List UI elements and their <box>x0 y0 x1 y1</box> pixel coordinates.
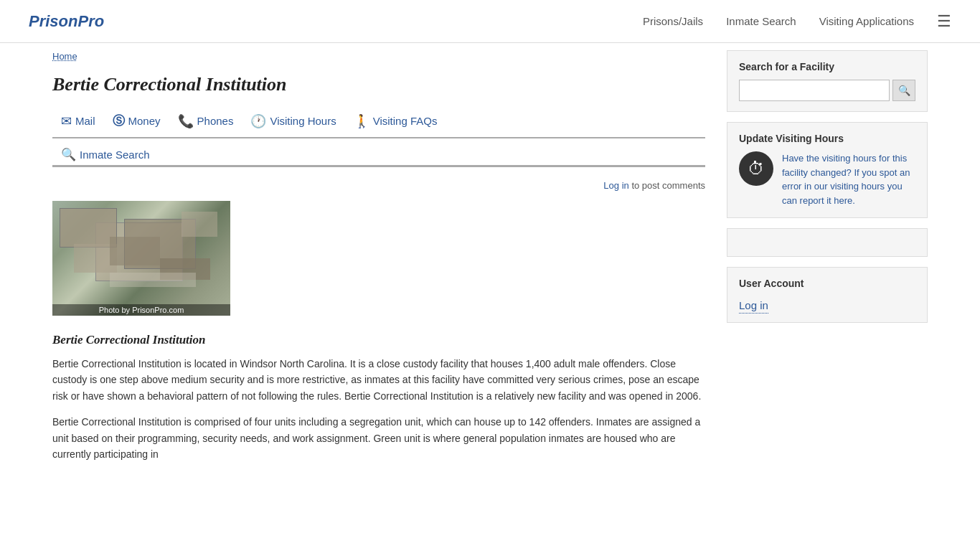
update-visiting-hours-link[interactable]: Have the visiting hours for this facilit… <box>782 153 910 206</box>
facility-search-row: 🔍 <box>739 80 915 101</box>
tab-visiting-hours[interactable]: 🕐 Visiting Hours <box>242 108 344 134</box>
facility-search-title: Search for a Facility <box>739 61 915 72</box>
money-icon: Ⓢ <box>113 113 125 129</box>
page-title: Bertie Correctional Institution <box>52 74 705 95</box>
main-content: Home Bertie Correctional Institution ✉ M… <box>52 50 705 472</box>
phone-icon: 📞 <box>178 113 194 129</box>
log-in-line: Log in to post comments <box>52 180 705 191</box>
breadcrumb-home[interactable]: Home <box>52 51 77 62</box>
facility-search-button[interactable]: 🔍 <box>892 80 915 101</box>
page-wrapper: Home Bertie Correctional Institution ✉ M… <box>24 43 956 479</box>
tab-inmate-search-label: Inmate Search <box>80 149 150 161</box>
walking-icon: 🚶 <box>354 113 369 129</box>
update-text: Have the visiting hours for this facilit… <box>782 151 915 207</box>
navbar: PrisonPro Prisons/Jails Inmate Search Vi… <box>0 0 980 43</box>
tab-money-label: Money <box>128 115 161 127</box>
clock-update-icon: ⏱ <box>739 151 773 186</box>
hamburger-icon[interactable]: ☰ <box>937 12 951 31</box>
tab-visiting-hours-label: Visiting Hours <box>270 115 336 127</box>
facility-image: Photo by PrisonPro.com <box>52 201 230 316</box>
update-visiting-hours-title: Update Visiting Hours <box>739 133 915 144</box>
facility-description-2: Bertie Correctional Institution is compr… <box>52 414 705 462</box>
search-icon: 🔍 <box>898 85 910 96</box>
nav-inmate-search[interactable]: Inmate Search <box>726 15 796 27</box>
user-account-title: User Account <box>739 278 915 289</box>
breadcrumb: Home <box>52 50 705 62</box>
user-account-box: User Account Log in <box>727 267 928 323</box>
facility-search-input[interactable] <box>739 80 890 101</box>
update-visiting-hours-box: Update Visiting Hours ⏱ Have the visitin… <box>727 122 928 218</box>
mail-icon: ✉ <box>61 113 72 129</box>
tab-inmate-search[interactable]: 🔍 Inmate Search <box>52 141 705 166</box>
nav-links: Prisons/Jails Inmate Search Visiting App… <box>643 15 914 28</box>
log-in-link[interactable]: Log in <box>603 180 628 191</box>
image-caption: Photo by PrisonPro.com <box>52 304 230 316</box>
tab-phones-label: Phones <box>197 115 234 127</box>
sidebar-empty-box <box>727 228 928 257</box>
tab-money[interactable]: Ⓢ Money <box>104 108 169 134</box>
facility-search-box: Search for a Facility 🔍 <box>727 50 928 112</box>
brand-logo[interactable]: PrisonPro <box>29 12 104 31</box>
sidebar: Search for a Facility 🔍 Update Visiting … <box>727 50 928 472</box>
search-tab-icon: 🔍 <box>61 147 76 162</box>
update-box-content: ⏱ Have the visiting hours for this facil… <box>739 151 915 207</box>
tab-visiting-faqs-label: Visiting FAQs <box>373 115 438 127</box>
tab-mail-label: Mail <box>75 115 95 127</box>
facility-subtitle: Bertie Correctional Institution <box>52 333 705 347</box>
nav-prisons-jails[interactable]: Prisons/Jails <box>643 15 703 27</box>
facility-description-1: Bertie Correctional Institution is locat… <box>52 356 705 404</box>
tab-visiting-faqs[interactable]: 🚶 Visiting FAQs <box>345 108 446 134</box>
tabs-row: ✉ Mail Ⓢ Money 📞 Phones 🕐 Visiting Hours… <box>52 108 705 138</box>
user-login-link[interactable]: Log in <box>739 299 768 314</box>
clock-icon: 🕐 <box>250 113 266 129</box>
tab-phones[interactable]: 📞 Phones <box>169 108 242 134</box>
nav-visiting-applications[interactable]: Visiting Applications <box>819 15 914 27</box>
facility-aerial-photo <box>52 201 230 316</box>
tab-mail[interactable]: ✉ Mail <box>52 108 104 134</box>
log-in-suffix: to post comments <box>629 180 705 191</box>
